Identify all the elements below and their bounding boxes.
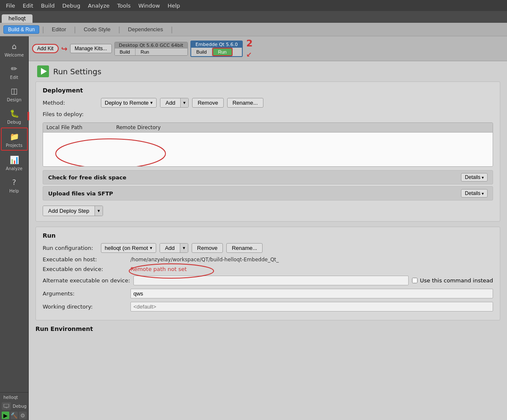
sidebar-item-analyze[interactable]: 📊 Analyze bbox=[1, 152, 28, 173]
run-remove-button[interactable]: Remove bbox=[192, 243, 223, 253]
add-deploy-step-group: Add Deploy Step ▾ bbox=[43, 206, 103, 216]
deploy-step-1-label: Check for free disk space bbox=[48, 174, 126, 181]
help-icon: ? bbox=[8, 176, 20, 188]
menu-tools[interactable]: Tools bbox=[114, 2, 134, 10]
design-icon: ◫ bbox=[8, 85, 20, 97]
desktop-kit-title: Desktop Qt 5.6.0 GCC 64bit bbox=[115, 42, 188, 49]
exec-host-label: Executable on host: bbox=[43, 256, 127, 263]
files-to-deploy-section: Files to deploy: Local File Path Remote … bbox=[43, 111, 493, 167]
menu-help[interactable]: Help bbox=[164, 2, 184, 10]
tab-sep-2: | bbox=[74, 25, 76, 33]
menu-analyze[interactable]: Analyze bbox=[84, 2, 113, 10]
working-dir-label: Working directory: bbox=[43, 303, 127, 310]
embedded-run-button[interactable]: Run bbox=[212, 48, 233, 56]
sidebar-item-help[interactable]: ? Help bbox=[1, 174, 28, 195]
manage-kits-button[interactable]: Manage Kits... bbox=[70, 44, 112, 53]
menu-build[interactable]: Build bbox=[38, 2, 58, 10]
exec-device-row: Executable on device: Remote path not se… bbox=[43, 266, 493, 272]
method-dropdown[interactable]: Deploy to Remote bbox=[101, 98, 157, 108]
desktop-kit-group: Desktop Qt 5.6.0 GCC 64bit Build Run bbox=[114, 42, 188, 56]
dependencies-tab[interactable]: Dependencies bbox=[123, 24, 168, 34]
edit-icon: ✏ bbox=[8, 62, 20, 74]
add-arrow-button[interactable]: ▾ bbox=[180, 98, 188, 107]
run-add-arrow[interactable]: ▾ bbox=[180, 244, 188, 252]
alt-exec-row: Alternate executable on device: Use this… bbox=[43, 276, 493, 285]
sidebar-item-welcome[interactable]: ⌂ Welcome bbox=[1, 38, 28, 60]
sidebar-debug-row: Debug bbox=[2, 402, 27, 410]
details-button-1[interactable]: Details bbox=[461, 173, 488, 182]
run-panel: Run Run configuration: helloqt (on Remot… bbox=[35, 227, 500, 320]
tabbar: helloqt bbox=[0, 11, 507, 23]
desktop-run-button[interactable]: Run bbox=[136, 49, 154, 55]
projects-icon: 📁 bbox=[8, 130, 20, 142]
debug-icon: 🐛 bbox=[8, 107, 20, 119]
desktop-build-button[interactable]: Build bbox=[115, 49, 136, 55]
add-kit-button[interactable]: Add Kit bbox=[32, 44, 59, 53]
sidebar-item-projects[interactable]: 📁 Projects bbox=[1, 127, 28, 151]
exec-host-row: Executable on host: /home/anzyelay/works… bbox=[43, 256, 493, 263]
sidebar-item-debug[interactable]: 🐛 Debug bbox=[1, 105, 28, 127]
deploy-table-body[interactable] bbox=[43, 133, 493, 166]
sidebar-project-name: helloqt bbox=[2, 394, 27, 401]
annotation-arrow-1: ↪ bbox=[61, 44, 68, 53]
deployment-panel: Deployment Method: Deploy to Remote Add … bbox=[35, 81, 500, 222]
sidebar-project-section: helloqt Debug ▶ 🔨 ⚙ bbox=[0, 393, 28, 420]
exec-device-label: Executable on device: bbox=[43, 266, 127, 272]
toolbar-tabs: Build & Run | Editor | Code Style | Depe… bbox=[0, 23, 507, 36]
sidebar-build-button[interactable]: 🔨 bbox=[11, 412, 18, 419]
kit-row: Add Kit ↪ Manage Kits... Desktop Qt 5.6.… bbox=[29, 36, 507, 61]
main-container: ⌂ Welcome ✏ Edit ◫ Design 🐛 Debug 📁 Proj… bbox=[0, 36, 507, 420]
arguments-row: Arguments: bbox=[43, 289, 493, 298]
embedded-kit-buttons: Build Run bbox=[191, 48, 242, 56]
run-play-button[interactable] bbox=[37, 65, 49, 77]
working-dir-row: Working directory: bbox=[43, 302, 493, 312]
run-add-group: Add ▾ bbox=[160, 243, 188, 253]
run-config-row: Run configuration: helloqt (on Remot Add… bbox=[43, 243, 493, 253]
content-area: Add Kit ↪ Manage Kits... Desktop Qt 5.6.… bbox=[29, 36, 507, 420]
build-run-tab[interactable]: Build & Run bbox=[3, 25, 39, 34]
svg-point-2 bbox=[56, 139, 165, 167]
add-deploy-step-arrow[interactable]: ▾ bbox=[95, 206, 103, 216]
run-rename-button[interactable]: Rename... bbox=[226, 243, 263, 253]
menu-debug[interactable]: Debug bbox=[59, 2, 84, 10]
run-config-dropdown[interactable]: helloqt (on Remot bbox=[101, 243, 156, 253]
use-command-checkbox[interactable] bbox=[412, 278, 418, 283]
run-settings-header: Run Settings bbox=[29, 61, 507, 81]
add-button[interactable]: Add bbox=[160, 98, 180, 107]
use-command-label: Use this command instead bbox=[420, 277, 493, 284]
menu-edit[interactable]: Edit bbox=[19, 2, 37, 10]
working-dir-input[interactable] bbox=[130, 302, 493, 312]
add-deploy-step-button[interactable]: Add Deploy Step bbox=[43, 206, 95, 216]
col-remote-dir: Remote Directory bbox=[116, 125, 160, 130]
analyze-icon: 📊 bbox=[8, 154, 20, 165]
use-command-row: Use this command instead bbox=[412, 277, 493, 284]
embedded-build-button[interactable]: Build bbox=[191, 48, 212, 56]
details-button-2[interactable]: Details bbox=[461, 189, 488, 198]
alt-exec-input[interactable] bbox=[133, 276, 409, 285]
menu-file[interactable]: File bbox=[3, 2, 19, 10]
sidebar-action-buttons: ▶ 🔨 ⚙ bbox=[2, 412, 27, 419]
sidebar-item-design[interactable]: ◫ Design bbox=[1, 83, 28, 104]
sidebar-settings-button[interactable]: ⚙ bbox=[19, 412, 27, 419]
run-add-button[interactable]: Add bbox=[160, 244, 180, 252]
remove-button[interactable]: Remove bbox=[192, 98, 223, 108]
deploy-step-2-label: Upload files via SFTP bbox=[48, 190, 113, 197]
sidebar-item-edit[interactable]: ✏ Edit bbox=[1, 60, 28, 82]
welcome-icon: ⌂ bbox=[8, 40, 20, 52]
sidebar-debug-label: Debug bbox=[13, 404, 27, 409]
deployment-title: Deployment bbox=[43, 87, 493, 94]
editor-tab[interactable]: Editor bbox=[47, 24, 71, 34]
menubar: File Edit Build Debug Analyze Tools Wind… bbox=[0, 0, 507, 11]
method-label: Method: bbox=[43, 100, 98, 106]
arguments-label: Arguments: bbox=[43, 290, 127, 297]
menu-window[interactable]: Window bbox=[135, 2, 163, 10]
arguments-input[interactable] bbox=[130, 289, 493, 298]
project-tab[interactable]: helloqt bbox=[2, 14, 33, 23]
sidebar-run-button[interactable]: ▶ bbox=[2, 412, 9, 419]
code-style-tab[interactable]: Code Style bbox=[79, 24, 116, 34]
rename-button[interactable]: Rename... bbox=[227, 98, 263, 108]
tab-sep-4: | bbox=[171, 25, 173, 33]
sidebar: ⌂ Welcome ✏ Edit ◫ Design 🐛 Debug 📁 Proj… bbox=[0, 36, 29, 420]
deploy-step-1: Check for free disk space Details bbox=[43, 170, 493, 184]
alt-exec-label: Alternate executable on device: bbox=[43, 277, 130, 284]
